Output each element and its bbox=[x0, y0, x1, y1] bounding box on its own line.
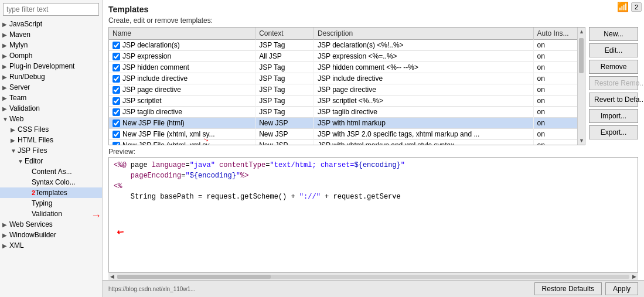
table-scrollbar[interactable]: ▲ ▼ bbox=[577, 28, 585, 145]
tree-item-11[interactable]: ▶HTML Files bbox=[0, 135, 102, 145]
table-row[interactable]: JSP include directiveJSP TagJSP include … bbox=[109, 73, 577, 84]
tree-item-9[interactable]: ▼Web bbox=[0, 114, 102, 124]
cell-autoons-7: on bbox=[533, 118, 577, 129]
tree-item-10[interactable]: ▶CSS Files bbox=[0, 124, 102, 135]
row-name-0: JSP declaration(s) bbox=[122, 41, 180, 49]
table-row[interactable]: JSP hidden commentJSP TagJSP hidden comm… bbox=[109, 62, 577, 73]
cell-autoons-5: on bbox=[533, 95, 577, 107]
cell-autoons-6: on bbox=[533, 107, 577, 118]
cell-name-2: JSP hidden comment bbox=[109, 62, 255, 73]
cell-name-5: JSP scriptlet bbox=[109, 95, 255, 107]
tree-item-15[interactable]: Syntax Colo... bbox=[0, 177, 102, 187]
apply-button[interactable]: Apply bbox=[605, 282, 638, 295]
cell-autoons-9: on bbox=[533, 140, 577, 145]
cell-description-5: JSP scriptlet <%..%> bbox=[314, 95, 534, 107]
h-scroll-right-arrow[interactable]: ▶ bbox=[631, 274, 638, 279]
cell-description-4: JSP page directive bbox=[314, 84, 534, 95]
checkbox-0[interactable] bbox=[113, 42, 120, 49]
tree-item-14[interactable]: Content As... bbox=[0, 166, 102, 177]
tree-item-21[interactable]: ▶XML bbox=[0, 240, 102, 251]
tree-label-3: Oomph bbox=[9, 52, 100, 60]
table-row[interactable]: JSP declaration(s)JSP TagJSP declaration… bbox=[109, 40, 577, 51]
cell-context-9: New JSP bbox=[255, 140, 314, 145]
h-scroll-left-arrow[interactable]: ◀ bbox=[108, 274, 116, 279]
expand-icon-9: ▼ bbox=[2, 116, 9, 122]
tree-item-3[interactable]: ▶Oomph bbox=[0, 50, 102, 61]
cell-name-9: New JSP File (xhtml, xml sy... bbox=[109, 140, 255, 145]
cell-context-1: All JSP bbox=[255, 51, 314, 62]
tree-item-1[interactable]: ▶Maven bbox=[0, 29, 102, 40]
remove-button[interactable]: Remove bbox=[589, 60, 638, 74]
edit-button[interactable]: Edit... bbox=[589, 43, 638, 57]
cell-context-8: New JSP bbox=[255, 129, 314, 140]
row-name-9: New JSP File (xhtml, xml sy... bbox=[122, 141, 215, 145]
export-button[interactable]: Export... bbox=[589, 125, 638, 139]
table-row[interactable]: JSP expressionAll JSPJSP expression <%=.… bbox=[109, 51, 577, 62]
tree-item-17[interactable]: Typing bbox=[0, 198, 102, 209]
table-row[interactable]: JSP scriptletJSP TagJSP scriptlet <%..%>… bbox=[109, 95, 577, 107]
top-right-status: 📶 2 bbox=[617, 1, 642, 12]
h-scroll-track bbox=[117, 275, 629, 279]
tree-label-0: JavaScript bbox=[9, 20, 100, 28]
new-button[interactable]: New... bbox=[589, 27, 638, 41]
checkbox-8[interactable] bbox=[113, 131, 120, 138]
checkbox-6[interactable] bbox=[113, 108, 120, 116]
tree-item-12[interactable]: ▼JSP Files bbox=[0, 145, 102, 156]
tree-item-19[interactable]: ▶Web Services bbox=[0, 219, 102, 230]
tree-item-18[interactable]: Validation bbox=[0, 209, 102, 219]
expand-icon-1: ▶ bbox=[2, 32, 9, 38]
col-description: Description bbox=[314, 28, 534, 40]
checkbox-9[interactable] bbox=[113, 142, 120, 145]
table-row[interactable]: JSP taglib directiveJSP TagJSP taglib di… bbox=[109, 107, 577, 118]
preview-line-4: String basePath = request.getScheme() + … bbox=[114, 192, 633, 202]
tree-item-2[interactable]: ▶Mylyn bbox=[0, 40, 102, 50]
tree-item-4[interactable]: ▶Plug-in Development bbox=[0, 61, 102, 71]
preview-h-scrollbar[interactable]: ◀ ▶ bbox=[108, 272, 638, 280]
cell-context-0: JSP Tag bbox=[255, 40, 314, 51]
tree-item-5[interactable]: ▶Run/Debug bbox=[0, 71, 102, 82]
filter-input[interactable] bbox=[3, 3, 99, 16]
tree-item-16[interactable]: 2Templates bbox=[0, 187, 102, 198]
cell-autoons-2: on bbox=[533, 62, 577, 73]
cell-description-3: JSP include directive bbox=[314, 73, 534, 84]
checkbox-5[interactable] bbox=[113, 97, 120, 105]
expand-icon-8: ▶ bbox=[2, 105, 9, 112]
cell-description-2: JSP hidden comment <%-- --%> bbox=[314, 62, 534, 73]
checkbox-7[interactable] bbox=[113, 120, 120, 127]
expand-icon-13: ▼ bbox=[18, 158, 25, 165]
checkbox-4[interactable] bbox=[113, 86, 120, 94]
cell-autoons-1: on bbox=[533, 51, 577, 62]
tree-item-20[interactable]: ▶WindowBuilder bbox=[0, 230, 102, 240]
expand-icon-11: ▶ bbox=[11, 137, 18, 144]
cell-description-6: JSP taglib directive bbox=[314, 107, 534, 118]
tree-item-6[interactable]: ▶Server bbox=[0, 82, 102, 93]
scroll-thumb[interactable] bbox=[579, 38, 584, 73]
checkbox-3[interactable] bbox=[113, 75, 120, 83]
expand-icon-12: ▼ bbox=[11, 148, 18, 154]
scroll-down-arrow[interactable]: ▼ bbox=[578, 136, 585, 145]
cell-description-9: JSP with xhtml markup and xml style synt… bbox=[314, 140, 534, 145]
row-name-8: New JSP File (xhtml, xml sy... bbox=[122, 130, 215, 138]
table-row[interactable]: New JSP File (xhtml, xml sy...New JSPJSP… bbox=[109, 140, 577, 145]
import-button[interactable]: Import... bbox=[589, 109, 638, 123]
h-scroll-thumb[interactable] bbox=[117, 275, 271, 279]
table-row[interactable]: New JSP File (xhtml, xml sy...New JSPJSP… bbox=[109, 129, 577, 140]
col-autoons: Auto Ins... bbox=[533, 28, 577, 40]
restore-removed-button[interactable]: Restore Remo... bbox=[589, 76, 638, 90]
table-section: Name Context Description Auto Ins... JSP… bbox=[108, 27, 638, 145]
restore-defaults-button[interactable]: Restore Defaults bbox=[534, 282, 602, 295]
table-row[interactable]: New JSP File (html)New JSPJSP with html … bbox=[109, 118, 577, 129]
scroll-up-arrow[interactable]: ▲ bbox=[578, 28, 585, 36]
tree-item-13[interactable]: ▼Editor bbox=[0, 156, 102, 166]
checkbox-1[interactable] bbox=[113, 53, 120, 60]
tree-label-15: Syntax Colo... bbox=[32, 178, 100, 186]
tree-label-14: Content As... bbox=[32, 168, 100, 176]
checkbox-2[interactable] bbox=[113, 64, 120, 71]
tree-item-8[interactable]: ▶Validation bbox=[0, 103, 102, 114]
row-name-3: JSP include directive bbox=[122, 74, 188, 83]
tree-label-8: Validation bbox=[9, 104, 100, 112]
tree-item-7[interactable]: ▶Team bbox=[0, 93, 102, 103]
tree-item-0[interactable]: ▶JavaScript bbox=[0, 19, 102, 29]
table-row[interactable]: JSP page directiveJSP TagJSP page direct… bbox=[109, 84, 577, 95]
revert-default-button[interactable]: Revert to Defa... bbox=[589, 93, 638, 107]
